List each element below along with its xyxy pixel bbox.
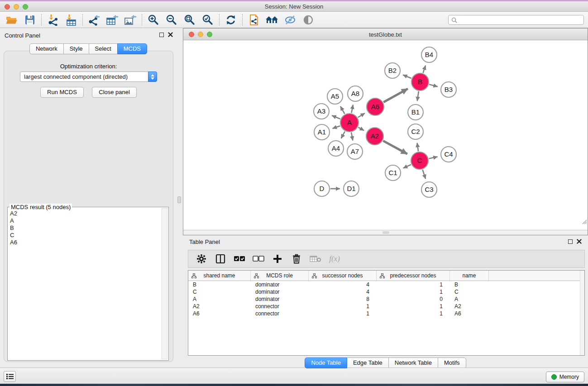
zoom-selected-icon[interactable] — [199, 13, 217, 27]
graph-node-A[interactable]: A — [340, 114, 359, 132]
column-header-shared-name[interactable]: shared name — [188, 271, 251, 281]
graph-edge-A-A1[interactable] — [333, 126, 340, 129]
graph-edge-A-A4[interactable] — [341, 132, 345, 138]
table-row[interactable]: A6connector11A6 — [188, 310, 584, 317]
tab-motifs[interactable]: Motifs — [438, 357, 466, 368]
float-panel-icon[interactable] — [159, 33, 164, 37]
show-graphics-details-icon[interactable] — [299, 13, 317, 27]
graph-node-A6[interactable]: A6 — [367, 98, 384, 115]
home-views-icon[interactable] — [263, 13, 281, 27]
graph-edge-A-A5[interactable] — [340, 106, 344, 114]
graph-edge-B-B3[interactable] — [429, 85, 438, 87]
mcds-result-item[interactable]: A6 — [9, 239, 161, 246]
network-horizontal-scrollbar[interactable] — [183, 230, 588, 235]
column-header-MCDS-role[interactable]: MCDS role — [251, 271, 309, 281]
graph-node-A4[interactable]: A4 — [328, 141, 344, 156]
table-row[interactable]: Cdominator41C — [188, 288, 584, 295]
zoom-fit-icon[interactable] — [181, 13, 199, 27]
column-header-successor-nodes[interactable]: successor nodes — [309, 271, 377, 281]
graph-node-A5[interactable]: A5 — [327, 89, 343, 104]
delete-entries-trash-icon[interactable] — [290, 252, 303, 266]
add-entry-icon[interactable] — [271, 252, 284, 266]
graph-edge-C-C2[interactable] — [417, 143, 419, 151]
zoom-out-icon[interactable] — [163, 13, 181, 27]
mcds-result-item[interactable]: A2 — [9, 210, 161, 217]
graph-node-C4[interactable]: C4 — [441, 147, 456, 162]
graph-node-A3[interactable]: A3 — [314, 104, 329, 119]
graph-node-C1[interactable]: C1 — [385, 165, 401, 181]
table-row[interactable]: Adominator80A — [188, 295, 584, 303]
float-table-panel-icon[interactable] — [568, 239, 573, 244]
table-row[interactable]: Bdominator41B — [188, 281, 584, 288]
graph-node-C[interactable]: C — [411, 152, 428, 169]
mcds-result-scrollbar[interactable] — [162, 208, 167, 359]
graph-edge-C-C3[interactable] — [423, 170, 426, 179]
graph-node-B4[interactable]: B4 — [421, 47, 437, 62]
graph-edge-C-C4[interactable] — [429, 157, 438, 158]
graph-edge-B-B1[interactable] — [417, 91, 419, 101]
resize-grip[interactable] — [582, 219, 587, 224]
import-network-icon[interactable] — [44, 13, 62, 27]
import-table-icon[interactable] — [62, 13, 80, 27]
function-builder-icon[interactable]: f(x) — [328, 252, 341, 266]
graph-node-A7[interactable]: A7 — [347, 144, 363, 159]
tab-select[interactable]: Select — [89, 43, 118, 54]
mcds-result-item[interactable]: B — [9, 224, 161, 232]
column-header-predecessor-nodes[interactable]: predecessor nodes — [377, 271, 450, 281]
divider-scroll-thumb[interactable] — [177, 196, 181, 203]
graph-edge-B-B2[interactable] — [403, 75, 411, 79]
graph-edge-B-B4[interactable] — [423, 66, 426, 73]
graph-node-D1[interactable]: D1 — [344, 181, 359, 196]
deselect-all-checkboxes-icon[interactable] — [252, 252, 265, 266]
tab-edge-table[interactable]: Edge Table — [347, 357, 389, 368]
tab-mcds[interactable]: MCDS — [117, 43, 147, 54]
graph-node-A2[interactable]: A2 — [366, 128, 383, 145]
graph-edge-A-A8[interactable] — [351, 105, 353, 113]
export-image-icon[interactable] — [121, 13, 139, 27]
graph-edge-A-A6[interactable] — [358, 113, 365, 117]
criterion-dropdown[interactable]: largest connected component (directed) — [20, 71, 157, 82]
mcds-result-item[interactable]: C — [9, 232, 161, 239]
table-vertical-scrollbar[interactable] — [580, 271, 584, 355]
graph-edge-A-A2[interactable] — [358, 127, 364, 130]
graph-edge-A-A3[interactable] — [332, 115, 340, 119]
column-header-name[interactable]: name — [450, 271, 489, 281]
close-panel-button[interactable]: Close panel — [92, 87, 137, 98]
open-folder-icon[interactable] — [3, 13, 21, 27]
graph-node-D[interactable]: D — [314, 181, 330, 196]
hide-graphics-details-icon[interactable] — [281, 13, 299, 27]
graph-node-B[interactable]: B — [411, 73, 429, 91]
close-panel-icon[interactable] — [168, 32, 173, 37]
graph-node-B2[interactable]: B2 — [385, 63, 400, 78]
export-table-icon[interactable] — [103, 13, 121, 27]
run-mcds-button[interactable]: Run MCDS — [40, 87, 84, 98]
table-row[interactable]: A2connector11A2 — [188, 303, 584, 310]
graph-node-B3[interactable]: B3 — [441, 82, 456, 97]
graph-edge-A-A7[interactable] — [351, 133, 353, 141]
save-session-icon[interactable] — [21, 13, 39, 27]
memory-button[interactable]: Memory — [546, 372, 584, 382]
tab-network[interactable]: Network — [29, 43, 64, 54]
network-hscroll-thumb[interactable] — [382, 231, 389, 234]
export-network-icon[interactable] — [85, 13, 103, 27]
table-settings-gear-icon[interactable] — [195, 252, 208, 266]
delete-table-icon[interactable] — [309, 252, 322, 266]
tab-network-table[interactable]: Network Table — [388, 357, 438, 368]
tab-node-table[interactable]: Node Table — [305, 357, 347, 368]
graph-edge-A2-C[interactable] — [383, 141, 407, 154]
network-file-icon[interactable] — [245, 13, 263, 27]
mcds-result-item[interactable]: A — [9, 217, 161, 224]
graph-edge-C-C1[interactable] — [403, 165, 411, 168]
select-all-checkboxes-icon[interactable] — [233, 252, 246, 266]
zoom-in-icon[interactable] — [144, 13, 163, 27]
graph-edge-A6-B[interactable] — [383, 89, 408, 102]
show-columns-icon[interactable] — [214, 252, 227, 266]
graph-node-C2[interactable]: C2 — [408, 124, 423, 139]
task-history-button[interactable] — [4, 371, 16, 382]
network-canvas[interactable]: AA6A2BCA5A8A3A1A4A7B2B4B3B1C2C4C1C3DD1 — [183, 40, 588, 230]
graph-node-B1[interactable]: B1 — [408, 105, 423, 120]
refresh-view-icon[interactable] — [222, 13, 240, 27]
tab-style[interactable]: Style — [63, 43, 89, 54]
close-table-panel-icon[interactable] — [577, 239, 582, 244]
graph-node-A1[interactable]: A1 — [314, 124, 330, 140]
